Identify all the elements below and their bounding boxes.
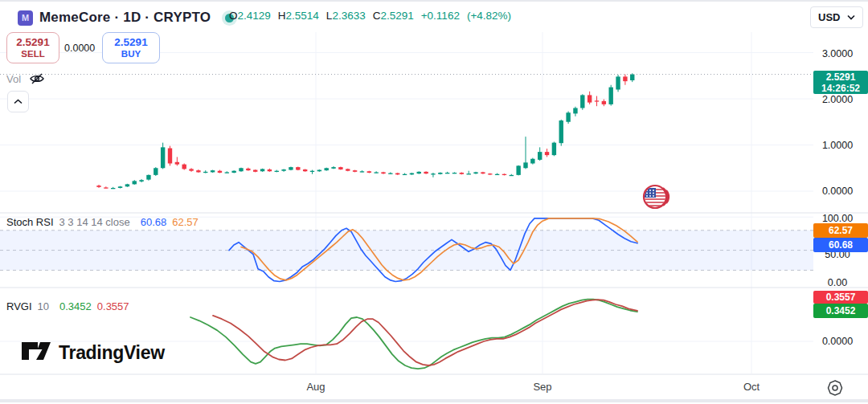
stoch-d-value: 62.57: [172, 216, 199, 228]
economic-event-flag-icon[interactable]: [642, 183, 674, 214]
buy-label: BUY: [121, 49, 141, 59]
symbol-header[interactable]: M MemeCore · 1D · CRYPTO: [18, 6, 234, 29]
stoch-rsi-title: Stoch RSI: [6, 216, 54, 228]
time-tick-sep: Sep: [526, 381, 559, 393]
close-label: C: [373, 10, 381, 22]
tradingview-chart-window: M MemeCore · 1D · CRYPTO O2.4129 H2.5514…: [0, 0, 868, 404]
open-label: O: [229, 10, 238, 22]
stoch-k-badge: 60.68: [813, 238, 868, 252]
symbol-title[interactable]: MemeCore · 1D · CRYPTO: [39, 10, 211, 26]
change-percent: (+4.82%): [467, 10, 511, 22]
symbol-logo-icon: M: [18, 10, 33, 26]
currency-selector[interactable]: USD: [810, 6, 863, 28]
price-tick: 3.0000: [809, 48, 866, 59]
buy-button[interactable]: 2.5291 BUY: [102, 32, 160, 63]
close-value: 2.5291: [380, 10, 413, 22]
currency-label: USD: [818, 11, 840, 23]
rvgi-green-badge: 0.3452: [813, 304, 868, 318]
price-tick: 1.0000: [809, 140, 866, 151]
top-border: [0, 0, 868, 2]
last-price-time: 14:26:52: [813, 83, 868, 94]
volume-legend[interactable]: Vol: [6, 72, 45, 85]
high-value: 2.5514: [286, 10, 319, 22]
tradingview-logo[interactable]: TradingView: [21, 341, 165, 364]
stoch-d-badge: 62.57: [813, 223, 868, 238]
chevron-up-icon: [14, 99, 23, 104]
stoch-rsi-legend[interactable]: Stoch RSI 3 3 14 14 close 60.68 62.57: [6, 216, 199, 228]
rvgi-green-value: 0.3452: [59, 300, 92, 312]
stoch-tick-0: 0.00: [809, 277, 866, 288]
sell-button[interactable]: 2.5291 SELL: [6, 32, 59, 63]
eye-off-icon[interactable]: [29, 72, 45, 85]
last-price-value: 2.5291: [813, 71, 868, 83]
sell-label: SELL: [21, 49, 44, 59]
time-tick-aug: Aug: [300, 381, 332, 393]
collapse-pane-button[interactable]: [7, 91, 29, 112]
rvgi-params: 10: [38, 300, 49, 312]
tradingview-mark-icon: [21, 341, 51, 364]
rvgi-tick-0: 0.0000: [809, 336, 866, 347]
sell-price: 2.5291: [16, 36, 49, 49]
price-tick: 0.0000: [809, 186, 866, 197]
axis-settings-button[interactable]: [826, 379, 844, 400]
open-value: 2.4129: [238, 10, 271, 22]
rvgi-red-value: 0.3557: [97, 300, 129, 312]
stoch-tick-100: 100.00: [809, 213, 866, 224]
buy-price: 2.5291: [114, 36, 147, 49]
bottom-scroll-strip[interactable]: [0, 399, 868, 402]
ohlc-readout: O2.4129 H2.5514 L2.3633 C2.5291 +0.1162 …: [229, 10, 511, 22]
rvgi-legend[interactable]: RVGI 10 0.3452 0.3557: [6, 300, 129, 312]
stoch-rsi-params: 3 3 14 14 close: [59, 216, 130, 228]
last-price-badge: 2.5291 14:26:52: [813, 71, 868, 94]
stoch-k-value: 60.68: [141, 216, 167, 228]
low-value: 2.3633: [332, 10, 365, 22]
time-tick-oct: Oct: [735, 381, 768, 393]
rvgi-red-badge: 0.3557: [813, 291, 868, 304]
gear-icon: [826, 379, 844, 397]
volume-label: Vol: [6, 73, 21, 85]
spread-value: 0.0000: [64, 43, 95, 54]
change-value: +0.1162: [421, 10, 460, 22]
tradingview-wordmark: TradingView: [59, 342, 165, 364]
price-tick: 2.0000: [809, 94, 866, 105]
high-label: H: [278, 10, 286, 22]
chevron-down-icon: [847, 14, 855, 20]
rvgi-title: RVGI: [6, 300, 32, 312]
